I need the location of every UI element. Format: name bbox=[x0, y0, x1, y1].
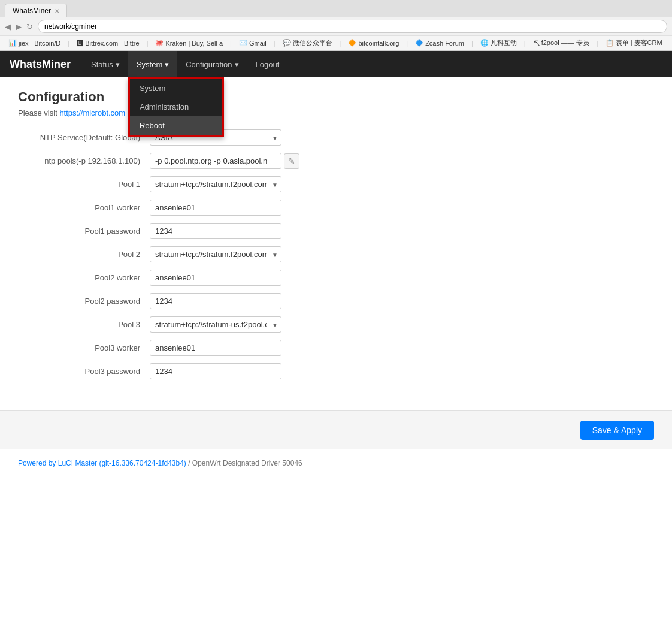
main-content: Configuration Please visit https://micro… bbox=[0, 77, 672, 398]
form-row-pool1-worker: Pool1 worker bbox=[18, 200, 437, 216]
page-title: Configuration bbox=[18, 89, 654, 105]
form-row-pool1-password: Pool1 password bbox=[18, 223, 437, 239]
navbar-item-system[interactable]: System ▾ bbox=[128, 51, 177, 77]
pool3-select[interactable]: stratum+tcp://stratum-us.f2pool.c bbox=[150, 316, 281, 333]
form-row-pool3-password: Pool3 password bbox=[18, 363, 437, 379]
bookmark-item[interactable]: 🐙 Kraken | Buy, Sell a bbox=[152, 38, 226, 48]
bookmark-item[interactable]: 📋 表单 | 麦客CRM bbox=[602, 37, 666, 49]
label-ntp-pools: ntp pools(-p 192.168.1.100) bbox=[18, 156, 150, 165]
form-row-pool2-worker: Pool2 worker bbox=[18, 270, 437, 286]
tab-close-button[interactable]: ✕ bbox=[55, 8, 59, 14]
ntp-pools-input[interactable] bbox=[150, 153, 281, 169]
page-footer: Powered by LuCI Master (git-16.336.70424… bbox=[0, 449, 672, 477]
label-pool3-worker: Pool3 worker bbox=[18, 343, 150, 352]
bookmarks-bar: 📊 jiex - Bitcoin/D | 🅱 Bittrex.com - Bit… bbox=[0, 35, 672, 50]
subtitle-link[interactable]: https://microbt.com bbox=[59, 108, 125, 117]
bookmark-item[interactable]: 🌐 凡科互动 bbox=[477, 37, 520, 49]
address-bar: ◀ ▶ ↻ bbox=[0, 17, 672, 35]
form-row-pool2: Pool 2 stratum+tcp://stratum.f2pool.com … bbox=[18, 246, 437, 262]
pool2-worker-input[interactable] bbox=[150, 270, 281, 286]
pool1-select-wrapper: stratum+tcp://stratum.f2pool.com ▼ bbox=[150, 176, 281, 192]
dropdown-item-system[interactable]: System bbox=[130, 79, 222, 98]
nav-forward-button[interactable]: ▶ bbox=[16, 22, 22, 31]
dropdown-item-administration[interactable]: Administration bbox=[130, 98, 222, 116]
navbar-brand: WhatsMiner bbox=[10, 58, 71, 71]
pool1-worker-input[interactable] bbox=[150, 200, 281, 216]
bookmark-item[interactable]: 💬 微信公众平台 bbox=[279, 37, 336, 49]
bookmark-item[interactable]: 📊 jiex - Bitcoin/D bbox=[5, 38, 64, 48]
tab-label: WhatsMiner bbox=[13, 7, 51, 15]
pool3-password-input[interactable] bbox=[150, 363, 281, 379]
label-pool3-password: Pool3 password bbox=[18, 367, 150, 376]
label-pool1: Pool 1 bbox=[18, 180, 150, 189]
label-pool2: Pool 2 bbox=[18, 250, 150, 259]
bookmark-item[interactable]: 🔶 bitcointalk.org bbox=[344, 38, 402, 48]
browser-tab[interactable]: WhatsMiner ✕ bbox=[5, 4, 67, 17]
footer-action-bar: Save & Apply bbox=[0, 410, 672, 449]
form-row-pool3: Pool 3 stratum+tcp://stratum-us.f2pool.c… bbox=[18, 316, 437, 333]
system-dropdown-wrapper: System ▾ System Administration Reboot bbox=[128, 51, 177, 77]
navbar-item-status[interactable]: Status ▾ bbox=[83, 51, 128, 77]
pool3-worker-input[interactable] bbox=[150, 340, 281, 356]
form-row-ntp-service: NTP Service(Default: Global) Global ASIA… bbox=[18, 129, 437, 146]
label-pool1-worker: Pool1 worker bbox=[18, 203, 150, 212]
pool1-select[interactable]: stratum+tcp://stratum.f2pool.com bbox=[150, 176, 281, 192]
system-dropdown-menu: System Administration Reboot bbox=[128, 77, 224, 137]
form-table: NTP Service(Default: Global) Global ASIA… bbox=[18, 129, 437, 379]
ntp-pools-input-wrapper: ✎ bbox=[150, 153, 299, 169]
navbar-item-logout[interactable]: Logout bbox=[247, 51, 288, 77]
form-row-pool2-password: Pool2 password bbox=[18, 293, 437, 309]
form-row-pool3-worker: Pool3 worker bbox=[18, 340, 437, 356]
dropdown-item-reboot[interactable]: Reboot bbox=[130, 116, 222, 135]
nav-back-button[interactable]: ◀ bbox=[5, 22, 11, 31]
page-wrapper: WhatsMiner Status ▾ System ▾ System Admi… bbox=[0, 51, 672, 477]
browser-chrome: WhatsMiner ✕ ◀ ▶ ↻ 📊 jiex - Bitcoin/D | … bbox=[0, 0, 672, 51]
form-row-ntp-pools: ntp pools(-p 192.168.1.100) ✎ bbox=[18, 153, 437, 169]
chevron-down-icon: ▾ bbox=[165, 60, 169, 69]
reload-button[interactable]: ↻ bbox=[26, 22, 33, 31]
page-subtitle: Please visit https://microbt.com u... bbox=[18, 108, 654, 117]
luci-link[interactable]: Powered by LuCI Master (git-16.336.70424… bbox=[18, 459, 186, 467]
label-pool1-password: Pool1 password bbox=[18, 227, 150, 236]
bookmark-item[interactable]: 🅱 Bittrex.com - Bittre bbox=[73, 38, 143, 48]
label-pool2-worker: Pool2 worker bbox=[18, 273, 150, 282]
bookmark-item[interactable]: ⛏ f2pool —— 专员 bbox=[529, 37, 593, 49]
chevron-down-icon: ▾ bbox=[116, 60, 120, 69]
navbar: WhatsMiner Status ▾ System ▾ System Admi… bbox=[0, 51, 672, 77]
bookmark-item[interactable]: 🔷 Zcash Forum bbox=[411, 38, 468, 48]
navbar-item-configuration[interactable]: Configuration ▾ bbox=[177, 51, 247, 77]
save-apply-button[interactable]: Save & Apply bbox=[580, 421, 654, 440]
bookmark-item[interactable]: ✉️ Gmail bbox=[235, 38, 270, 48]
pool2-password-input[interactable] bbox=[150, 293, 281, 309]
tab-bar: WhatsMiner ✕ bbox=[0, 0, 672, 17]
label-pool2-password: Pool2 password bbox=[18, 297, 150, 306]
address-input[interactable] bbox=[38, 20, 667, 33]
form-row-pool1: Pool 1 stratum+tcp://stratum.f2pool.com … bbox=[18, 176, 437, 192]
label-pool3: Pool 3 bbox=[18, 320, 150, 329]
pool2-select[interactable]: stratum+tcp://stratum.f2pool.com bbox=[150, 246, 281, 262]
chevron-down-icon: ▾ bbox=[235, 60, 239, 69]
pool1-password-input[interactable] bbox=[150, 223, 281, 239]
pool2-select-wrapper: stratum+tcp://stratum.f2pool.com ▼ bbox=[150, 246, 281, 262]
pool3-select-wrapper: stratum+tcp://stratum-us.f2pool.c ▼ bbox=[150, 316, 281, 333]
edit-icon[interactable]: ✎ bbox=[284, 153, 299, 169]
